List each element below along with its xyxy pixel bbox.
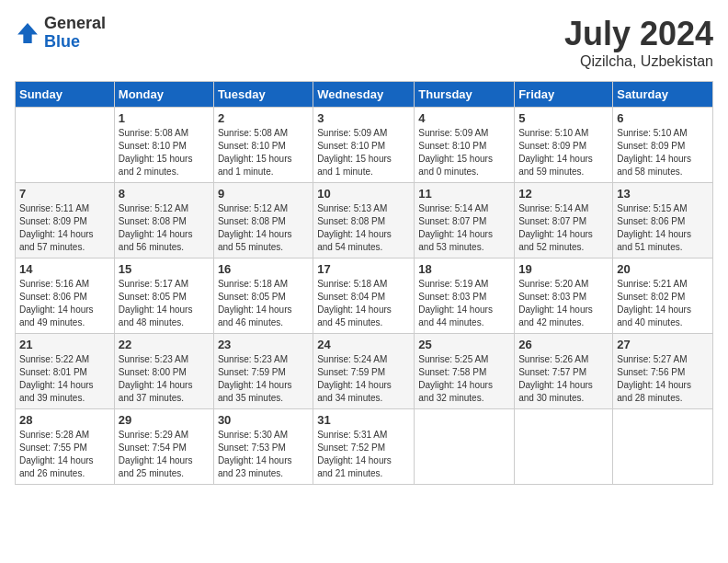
calendar-week-row: 7Sunrise: 5:11 AM Sunset: 8:09 PM Daylig… (16, 183, 713, 259)
day-number: 2 (218, 111, 309, 125)
calendar-cell: 4Sunrise: 5:09 AM Sunset: 8:10 PM Daylig… (415, 108, 515, 183)
calendar-cell: 6Sunrise: 5:10 AM Sunset: 8:09 PM Daylig… (613, 108, 713, 183)
calendar-header-saturday: Saturday (613, 82, 713, 108)
day-number: 22 (119, 338, 210, 351)
calendar-cell: 26Sunrise: 5:26 AM Sunset: 7:57 PM Dayli… (515, 334, 613, 409)
day-number: 13 (617, 187, 709, 201)
day-number: 12 (518, 187, 609, 201)
day-info: Sunrise: 5:23 AM Sunset: 8:00 PM Dayligh… (119, 353, 210, 405)
day-number: 17 (317, 262, 410, 276)
calendar-cell: 9Sunrise: 5:12 AM Sunset: 8:08 PM Daylig… (213, 183, 313, 259)
day-number: 24 (317, 338, 410, 351)
day-info: Sunrise: 5:28 AM Sunset: 7:55 PM Dayligh… (19, 429, 110, 480)
day-info: Sunrise: 5:13 AM Sunset: 8:08 PM Dayligh… (317, 202, 410, 254)
day-number: 31 (317, 413, 410, 427)
day-info: Sunrise: 5:29 AM Sunset: 7:54 PM Dayligh… (119, 429, 210, 480)
day-number: 7 (19, 187, 110, 201)
day-number: 4 (418, 111, 510, 125)
calendar-cell: 25Sunrise: 5:25 AM Sunset: 7:58 PM Dayli… (415, 334, 515, 409)
day-info: Sunrise: 5:18 AM Sunset: 8:04 PM Dayligh… (317, 278, 410, 329)
day-number: 19 (518, 262, 609, 276)
location-title: Qizilcha, Uzbekistan (564, 53, 713, 70)
day-info: Sunrise: 5:08 AM Sunset: 8:10 PM Dayligh… (119, 127, 210, 178)
calendar-week-row: 28Sunrise: 5:28 AM Sunset: 7:55 PM Dayli… (16, 409, 713, 485)
calendar-cell: 18Sunrise: 5:19 AM Sunset: 8:03 PM Dayli… (415, 259, 515, 334)
day-info: Sunrise: 5:27 AM Sunset: 7:56 PM Dayligh… (617, 353, 709, 405)
calendar-week-row: 1Sunrise: 5:08 AM Sunset: 8:10 PM Daylig… (16, 108, 713, 183)
day-info: Sunrise: 5:16 AM Sunset: 8:06 PM Dayligh… (19, 278, 110, 329)
calendar-cell: 3Sunrise: 5:09 AM Sunset: 8:10 PM Daylig… (313, 108, 415, 183)
day-number: 28 (19, 413, 110, 427)
calendar-header-friday: Friday (515, 82, 613, 108)
calendar-cell (613, 409, 713, 485)
day-number: 20 (617, 262, 709, 276)
calendar-week-row: 14Sunrise: 5:16 AM Sunset: 8:06 PM Dayli… (16, 259, 713, 334)
day-info: Sunrise: 5:31 AM Sunset: 7:52 PM Dayligh… (317, 429, 410, 480)
logo-text: General Blue (44, 15, 106, 52)
day-number: 14 (19, 262, 110, 276)
day-info: Sunrise: 5:12 AM Sunset: 8:08 PM Dayligh… (218, 202, 309, 254)
calendar-cell: 16Sunrise: 5:18 AM Sunset: 8:05 PM Dayli… (213, 259, 313, 334)
day-number: 15 (119, 262, 210, 276)
day-info: Sunrise: 5:15 AM Sunset: 8:06 PM Dayligh… (617, 202, 709, 254)
title-area: July 2024 Qizilcha, Uzbekistan (564, 15, 713, 70)
day-number: 10 (317, 187, 410, 201)
day-info: Sunrise: 5:10 AM Sunset: 8:09 PM Dayligh… (617, 127, 709, 178)
calendar-cell: 21Sunrise: 5:22 AM Sunset: 8:01 PM Dayli… (16, 334, 115, 409)
calendar-cell: 2Sunrise: 5:08 AM Sunset: 8:10 PM Daylig… (213, 108, 313, 183)
day-info: Sunrise: 5:08 AM Sunset: 8:10 PM Dayligh… (218, 127, 309, 178)
day-number: 21 (19, 338, 110, 351)
calendar-header-wednesday: Wednesday (313, 82, 415, 108)
day-info: Sunrise: 5:14 AM Sunset: 8:07 PM Dayligh… (518, 202, 609, 254)
day-info: Sunrise: 5:14 AM Sunset: 8:07 PM Dayligh… (418, 202, 510, 254)
calendar-header-tuesday: Tuesday (213, 82, 313, 108)
calendar-cell (415, 409, 515, 485)
calendar-cell (515, 409, 613, 485)
calendar-header-sunday: Sunday (16, 82, 115, 108)
month-title: July 2024 (564, 15, 713, 53)
calendar-cell: 22Sunrise: 5:23 AM Sunset: 8:00 PM Dayli… (114, 334, 213, 409)
day-number: 18 (418, 262, 510, 276)
calendar-cell: 8Sunrise: 5:12 AM Sunset: 8:08 PM Daylig… (114, 183, 213, 259)
calendar-cell: 28Sunrise: 5:28 AM Sunset: 7:55 PM Dayli… (16, 409, 115, 485)
calendar-header-row: SundayMondayTuesdayWednesdayThursdayFrid… (16, 82, 713, 108)
calendar-cell: 30Sunrise: 5:30 AM Sunset: 7:53 PM Dayli… (213, 409, 313, 485)
calendar-table: SundayMondayTuesdayWednesdayThursdayFrid… (15, 81, 713, 485)
day-info: Sunrise: 5:30 AM Sunset: 7:53 PM Dayligh… (218, 429, 309, 480)
calendar-cell: 14Sunrise: 5:16 AM Sunset: 8:06 PM Dayli… (16, 259, 115, 334)
day-info: Sunrise: 5:11 AM Sunset: 8:09 PM Dayligh… (19, 202, 110, 254)
day-info: Sunrise: 5:24 AM Sunset: 7:59 PM Dayligh… (317, 353, 410, 405)
calendar-cell: 20Sunrise: 5:21 AM Sunset: 8:02 PM Dayli… (613, 259, 713, 334)
calendar-cell: 12Sunrise: 5:14 AM Sunset: 8:07 PM Dayli… (515, 183, 613, 259)
day-info: Sunrise: 5:10 AM Sunset: 8:09 PM Dayligh… (518, 127, 609, 178)
calendar-cell: 13Sunrise: 5:15 AM Sunset: 8:06 PM Dayli… (613, 183, 713, 259)
calendar-cell: 5Sunrise: 5:10 AM Sunset: 8:09 PM Daylig… (515, 108, 613, 183)
calendar-cell: 31Sunrise: 5:31 AM Sunset: 7:52 PM Dayli… (313, 409, 415, 485)
calendar-cell: 23Sunrise: 5:23 AM Sunset: 7:59 PM Dayli… (213, 334, 313, 409)
day-number: 16 (218, 262, 309, 276)
calendar-cell: 1Sunrise: 5:08 AM Sunset: 8:10 PM Daylig… (114, 108, 213, 183)
day-info: Sunrise: 5:09 AM Sunset: 8:10 PM Dayligh… (317, 127, 410, 178)
header: General Blue July 2024 Qizilcha, Uzbekis… (15, 15, 713, 70)
day-number: 9 (218, 187, 309, 201)
day-number: 6 (617, 111, 709, 125)
calendar-cell: 11Sunrise: 5:14 AM Sunset: 8:07 PM Dayli… (415, 183, 515, 259)
calendar-cell: 10Sunrise: 5:13 AM Sunset: 8:08 PM Dayli… (313, 183, 415, 259)
logo: General Blue (15, 15, 106, 52)
calendar-cell: 15Sunrise: 5:17 AM Sunset: 8:05 PM Dayli… (114, 259, 213, 334)
day-number: 1 (119, 111, 210, 125)
day-info: Sunrise: 5:09 AM Sunset: 8:10 PM Dayligh… (418, 127, 510, 178)
day-info: Sunrise: 5:19 AM Sunset: 8:03 PM Dayligh… (418, 278, 510, 329)
logo-icon (15, 20, 40, 46)
day-number: 25 (418, 338, 510, 351)
calendar-cell: 7Sunrise: 5:11 AM Sunset: 8:09 PM Daylig… (16, 183, 115, 259)
day-info: Sunrise: 5:21 AM Sunset: 8:02 PM Dayligh… (617, 278, 709, 329)
calendar-cell (16, 108, 115, 183)
day-info: Sunrise: 5:23 AM Sunset: 7:59 PM Dayligh… (218, 353, 309, 405)
day-number: 23 (218, 338, 309, 351)
calendar-cell: 19Sunrise: 5:20 AM Sunset: 8:03 PM Dayli… (515, 259, 613, 334)
svg-marker-0 (17, 23, 38, 43)
calendar-cell: 29Sunrise: 5:29 AM Sunset: 7:54 PM Dayli… (114, 409, 213, 485)
day-number: 26 (518, 338, 609, 351)
calendar-header-monday: Monday (114, 82, 213, 108)
